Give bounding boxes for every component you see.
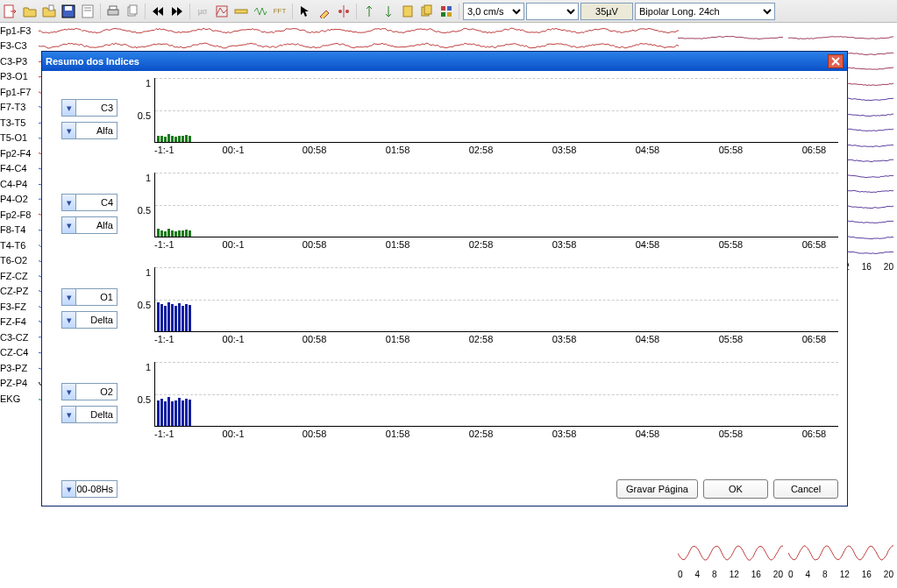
channel-label: F4-C4 — [0, 163, 39, 174]
bar — [164, 306, 167, 331]
band-dropdown[interactable]: ▾Delta — [61, 311, 117, 329]
bar — [174, 306, 177, 331]
bar — [167, 134, 170, 142]
chart-block: ▾O2▾Delta10.5-1:-100:-100:5801:5802:5803… — [61, 362, 838, 441]
wave-analysis-icon[interactable] — [252, 3, 269, 20]
forward-icon[interactable] — [168, 3, 186, 20]
channel-dropdown[interactable]: ▾C4 — [61, 194, 117, 211]
svg-rect-7 — [108, 10, 118, 15]
bar — [160, 230, 163, 237]
plot — [154, 267, 838, 332]
svg-rect-1 — [49, 5, 53, 11]
channel-label: C4-P4 — [0, 179, 39, 189]
side-wave — [788, 32, 893, 44]
print-icon[interactable] — [104, 3, 122, 20]
grid-icon[interactable] — [438, 3, 455, 20]
bar — [171, 401, 174, 426]
split-icon[interactable] — [335, 3, 352, 20]
svg-rect-22 — [447, 6, 452, 11]
montage-select[interactable]: Bipolar Long. 24ch — [635, 3, 775, 20]
bar — [171, 304, 174, 331]
bar — [174, 137, 177, 142]
svg-rect-8 — [110, 6, 117, 10]
ruler-icon[interactable] — [232, 3, 250, 20]
rewind-icon[interactable] — [149, 3, 167, 20]
cancel-button[interactable]: Cancel — [773, 479, 838, 499]
speed-select[interactable]: 3,0 cm/s — [463, 3, 524, 20]
close-button[interactable] — [828, 54, 844, 68]
bar — [164, 401, 167, 426]
bar — [178, 303, 181, 331]
band-dropdown[interactable]: ▾Alfa — [61, 216, 117, 234]
channel-label: Fp1-F3 — [0, 25, 39, 36]
dialog-title: Resumo dos Indices — [46, 56, 828, 67]
bar — [178, 398, 181, 426]
plot — [154, 78, 838, 143]
bar — [167, 397, 170, 426]
bar — [171, 230, 174, 237]
channel-label: C3-P3 — [0, 56, 39, 67]
montage-icon[interactable] — [213, 3, 231, 20]
time-range-dropdown[interactable]: ▾ 00-08Hs — [61, 480, 117, 498]
sensitivity-display: 35µV — [580, 3, 633, 20]
channel-wave — [39, 25, 684, 37]
ok-button[interactable]: OK — [703, 479, 768, 499]
band-dropdown[interactable]: ▾Alfa — [61, 122, 117, 139]
channel-label: Fp2-F4 — [0, 148, 39, 159]
copy-icon[interactable] — [124, 3, 141, 20]
indices-summary-dialog: Resumo dos Indices ▾C3▾Alfa10.5-1:-100:-… — [41, 51, 848, 507]
micro-text-icon[interactable]: µσ — [194, 3, 211, 20]
bar — [160, 304, 163, 331]
channel-label: T4-T6 — [0, 240, 39, 251]
svg-rect-21 — [441, 6, 445, 11]
channel-label: FZ-CZ — [0, 271, 39, 281]
side-spectrum — [678, 540, 783, 568]
bar — [189, 230, 191, 237]
tool-a-icon[interactable] — [360, 3, 378, 20]
bar — [182, 230, 184, 237]
open-page-icon[interactable] — [40, 3, 58, 20]
bar — [178, 230, 181, 237]
chart-plot-area: 10.5-1:-100:-100:5801:5802:5803:5804:580… — [133, 173, 838, 251]
channel-label: P3-O1 — [0, 71, 39, 81]
multi-page-icon[interactable] — [418, 3, 436, 20]
exit-icon[interactable] — [2, 3, 19, 20]
tool-b-icon[interactable] — [380, 3, 397, 20]
save-icon[interactable] — [60, 3, 77, 20]
save-page-button[interactable]: Gravar Página — [616, 479, 698, 499]
side-axis: 048121620 — [788, 570, 893, 579]
cursor-icon[interactable] — [296, 3, 314, 20]
bar — [185, 399, 188, 426]
svg-rect-18 — [403, 6, 412, 17]
bar — [167, 229, 170, 237]
channel-dropdown[interactable]: ▾O2 — [61, 383, 117, 400]
channel-label: Fp1-F7 — [0, 87, 39, 97]
bar — [178, 136, 181, 142]
chart-plot-area: 10.5-1:-100:-100:5801:5802:5803:5804:580… — [133, 78, 838, 157]
channel-label: T6-O2 — [0, 255, 39, 266]
channel-dropdown[interactable]: ▾O1 — [61, 288, 117, 306]
svg-rect-3 — [65, 6, 72, 11]
dialog-titlebar: Resumo dos Indices — [42, 52, 847, 71]
chart-block: ▾C3▾Alfa10.5-1:-100:-100:5801:5802:5803:… — [61, 78, 838, 157]
bar — [189, 305, 191, 331]
channel-dropdown[interactable]: ▾C3 — [61, 99, 117, 117]
svg-point-15 — [345, 10, 349, 13]
channel-label: C3-CZ — [0, 332, 39, 343]
page-icon[interactable] — [399, 3, 416, 20]
open-icon[interactable] — [21, 3, 39, 20]
doc-text-icon[interactable] — [79, 3, 96, 20]
channel-label: Fp2-F8 — [0, 209, 39, 220]
chart-block: ▾C4▾Alfa10.5-1:-100:-100:5801:5802:5803:… — [61, 173, 838, 251]
filter-select[interactable] — [526, 3, 579, 20]
bar — [164, 137, 167, 142]
svg-rect-12 — [235, 10, 247, 13]
marker-icon[interactable] — [316, 3, 333, 20]
svg-point-14 — [338, 10, 342, 13]
band-dropdown[interactable]: ▾Delta — [61, 406, 117, 423]
bar — [185, 304, 188, 331]
bar — [174, 231, 177, 237]
bar — [182, 306, 184, 331]
bar — [167, 302, 170, 331]
fft-icon[interactable]: FFT — [271, 3, 288, 20]
